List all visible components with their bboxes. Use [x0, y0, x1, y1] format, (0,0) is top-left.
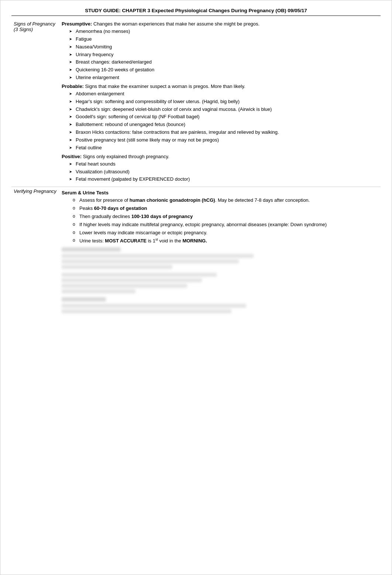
positive-heading-rest: Signs only explained through pregnancy.	[83, 154, 169, 159]
positive-list: Fetal heart sounds Visualization (ultras…	[69, 161, 378, 183]
list-item: Goodell's sign: softening of cervical ti…	[69, 113, 378, 120]
list-item: Chadwick's sign: deepened violet-bluish …	[69, 106, 378, 113]
list-item: Then gradually declines 100-130 days of …	[73, 213, 378, 220]
blurred-content	[62, 247, 378, 313]
list-item: Breast changes: darkened/enlarged	[69, 59, 378, 66]
list-item: Fetal heart sounds	[69, 161, 378, 168]
presumptive-section: Presumptive: Changes the woman experienc…	[62, 21, 378, 81]
probable-heading-rest: Signs that make the examiner suspect a w…	[85, 84, 245, 89]
positive-heading-bold: Positive:	[62, 154, 82, 159]
list-item: Urine tests: MOST ACCURATE is 1st void i…	[73, 237, 378, 245]
list-item: Amenorrhea (no menses)	[69, 28, 378, 35]
list-item: Assess for presence of human chorionic g…	[73, 197, 378, 204]
signs-row: Signs of Pregnancy (3 Signs) Presumptive…	[11, 20, 381, 187]
list-item: Abdomen enlargement	[69, 91, 378, 98]
probable-section: Probable: Signs that make the examiner s…	[62, 84, 378, 152]
list-item: Fetal outline	[69, 144, 378, 152]
presumptive-heading-rest: Changes the woman experiences that make …	[93, 21, 259, 27]
list-item: Braxon Hicks contactions: false contract…	[69, 129, 378, 136]
page-title: STUDY GUIDE: CHAPTER 3 Expected Physiolo…	[11, 8, 381, 16]
list-item: Lower levels may indicate miscarriage or…	[73, 229, 378, 237]
list-item: Positive pregnancy test (still some like…	[69, 137, 378, 144]
serum-urine-section: Serum & Urine Tests Assess for presence …	[62, 190, 378, 245]
positive-section: Positive: Signs only explained through p…	[62, 154, 378, 183]
probable-heading-bold: Probable:	[62, 84, 84, 89]
signs-label-line2: (3 Signs)	[14, 27, 33, 32]
presumptive-heading-bold: Presumptive:	[62, 21, 92, 27]
signs-left-label: Signs of Pregnancy (3 Signs)	[11, 20, 59, 187]
serum-urine-list: Assess for presence of human chorionic g…	[73, 197, 378, 245]
list-item: Hegar's sign: softening and compressibil…	[69, 98, 378, 105]
page-container: STUDY GUIDE: CHAPTER 3 Expected Physiolo…	[0, 0, 392, 575]
list-item: Peaks 60-70 days of gestation	[73, 205, 378, 212]
content-table: Signs of Pregnancy (3 Signs) Presumptive…	[11, 20, 381, 316]
verifying-row: Verifying Pregnancy Serum & Urine Tests …	[11, 187, 381, 316]
list-item: Uterine enlargement	[69, 74, 378, 81]
list-item: Fetal movement (palpated by EXPERIENCED …	[69, 176, 378, 183]
list-item: Urinary frequency	[69, 51, 378, 58]
list-item: If higher levels may indicate multifetal…	[73, 221, 378, 228]
list-item: Visualization (ultrasound)	[69, 169, 378, 176]
list-item: Fatigue	[69, 36, 378, 43]
list-item: Nausea/Vomiting	[69, 44, 378, 51]
verifying-label: Verifying Pregnancy	[14, 188, 56, 194]
probable-list: Abdomen enlargement Hegar's sign: soften…	[69, 91, 378, 152]
verifying-right-content: Serum & Urine Tests Assess for presence …	[59, 187, 381, 316]
list-item: Quickening 16-20 weeks of gestation	[69, 67, 378, 74]
list-item: Ballottement: rebound of unengaged fetus…	[69, 121, 378, 128]
verifying-left-label: Verifying Pregnancy	[11, 187, 59, 316]
signs-right-content: Presumptive: Changes the woman experienc…	[59, 20, 381, 187]
serum-urine-heading: Serum & Urine Tests	[62, 190, 378, 195]
presumptive-list: Amenorrhea (no menses) Fatigue Nausea/Vo…	[69, 28, 378, 81]
signs-label-line1: Signs of Pregnancy	[14, 21, 55, 27]
